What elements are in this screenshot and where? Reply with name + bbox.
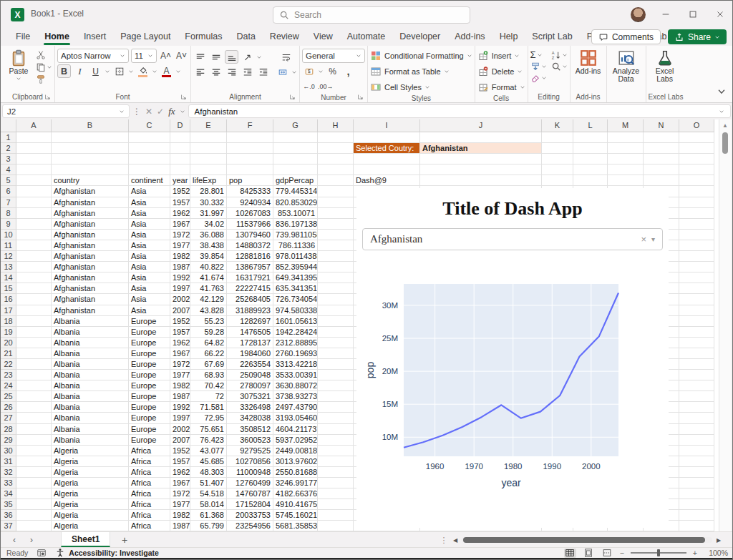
select-all-corner[interactable] (1, 119, 16, 132)
cell-D21[interactable]: 1967 (170, 348, 190, 359)
cell-G15[interactable]: 635.341351 (273, 283, 318, 294)
country-dropdown[interactable]: Afghanistan × ▾ (362, 228, 663, 250)
cell-F16[interactable]: 25268405 (227, 294, 273, 305)
cell-A2[interactable] (16, 143, 52, 154)
cell-O33[interactable] (679, 478, 714, 488)
cell-D33[interactable]: 1967 (170, 478, 190, 488)
cell-F29[interactable]: 3600523 (227, 435, 273, 446)
decrease-decimal-button[interactable]: .00→ (318, 79, 334, 93)
cell-D25[interactable]: 1987 (170, 391, 190, 402)
cell-A18[interactable] (16, 316, 52, 327)
cell-G33[interactable]: 3246.991771 (273, 478, 318, 488)
cell-B25[interactable]: Albania (52, 391, 129, 402)
cell-E15[interactable]: 41.763 (190, 283, 227, 294)
macro-record-icon[interactable] (37, 548, 47, 558)
cell-G23[interactable]: 3533.00391 (273, 370, 318, 380)
tab-add-ins[interactable]: Add-ins (448, 29, 491, 45)
cell-E33[interactable]: 51.407 (190, 478, 227, 488)
cell-H25[interactable] (318, 391, 354, 402)
cell-styles-button[interactable]: Cell Styles (370, 81, 472, 94)
cell-A4[interactable] (16, 164, 52, 175)
cell-F20[interactable]: 1728137 (227, 338, 273, 348)
row-header-20[interactable]: 20 (1, 338, 16, 348)
cell-G25[interactable]: 3738.932735 (273, 391, 318, 402)
cell-F12[interactable]: 12881816 (227, 251, 273, 262)
cell-E23[interactable]: 68.93 (190, 370, 227, 380)
cell-N2[interactable] (644, 143, 679, 154)
scroll-up-icon[interactable]: ▲ (719, 119, 731, 131)
cell-G16[interactable]: 726.7340548 (273, 294, 318, 305)
cell-D37[interactable]: 1987 (170, 521, 190, 531)
cell-F35[interactable]: 17152804 (227, 499, 273, 510)
cell-M3[interactable] (608, 154, 644, 164)
cell-G2[interactable] (273, 143, 318, 154)
cell-C32[interactable]: Africa (129, 467, 170, 478)
cell-F34[interactable]: 14760787 (227, 488, 273, 499)
cell-B6[interactable]: Afghanistan (52, 186, 129, 197)
cell-H17[interactable] (318, 305, 354, 316)
cell-C34[interactable]: Africa (129, 488, 170, 499)
cell-O3[interactable] (679, 154, 714, 164)
cell-F2[interactable] (227, 143, 273, 154)
cell-I3[interactable] (354, 154, 420, 164)
row-header-7[interactable]: 7 (1, 197, 16, 208)
cell-D20[interactable]: 1962 (170, 338, 190, 348)
cell-O16[interactable] (679, 294, 714, 305)
cell-G8[interactable]: 853.10071 (273, 208, 318, 219)
cell-F24[interactable]: 2780097 (227, 380, 273, 391)
cell-I1[interactable] (354, 132, 420, 143)
cell-H6[interactable] (318, 186, 354, 197)
cell-E37[interactable]: 65.799 (190, 521, 227, 531)
column-header-C[interactable]: C (129, 119, 170, 132)
insert-cells-button[interactable]: Insert (477, 49, 525, 62)
cell-B26[interactable]: Albania (52, 402, 129, 413)
tab-help[interactable]: Help (493, 29, 525, 45)
zoom-in-icon[interactable]: + (693, 549, 697, 557)
cell-A25[interactable] (16, 391, 52, 402)
share-button[interactable]: Share (668, 29, 727, 44)
cell-D17[interactable]: 2007 (170, 305, 190, 316)
cell-B33[interactable]: Algeria (52, 478, 129, 488)
cell-A9[interactable] (16, 219, 52, 230)
cell-O2[interactable] (679, 143, 714, 154)
align-right-button[interactable] (225, 65, 238, 79)
alignment-dialog-launcher[interactable] (289, 94, 296, 101)
conditional-formatting-button[interactable]: Conditional Formatting (370, 49, 472, 62)
formula-input[interactable]: Afghanistan (188, 104, 731, 118)
cell-A24[interactable] (16, 380, 52, 391)
copy-button[interactable] (36, 62, 52, 72)
cell-H24[interactable] (318, 380, 354, 391)
cell-F5[interactable]: pop (227, 175, 273, 186)
cell-G24[interactable]: 3630.880722 (273, 380, 318, 391)
cell-C20[interactable]: Europe (129, 338, 170, 348)
row-header-10[interactable]: 10 (1, 230, 16, 240)
row-header-4[interactable]: 4 (1, 164, 16, 175)
row-header-15[interactable]: 15 (1, 283, 16, 294)
cell-C33[interactable]: Africa (129, 478, 170, 488)
cell-D5[interactable]: year (170, 175, 190, 186)
row-header-21[interactable]: 21 (1, 348, 16, 359)
cell-H7[interactable] (318, 197, 354, 208)
cell-F17[interactable]: 31889923 (227, 305, 273, 316)
fill-button[interactable] (530, 62, 547, 72)
font-size-select[interactable]: 11 (131, 49, 157, 63)
align-left-button[interactable] (193, 65, 207, 79)
cell-B32[interactable]: Algeria (52, 467, 129, 478)
zoom-slider[interactable] (631, 552, 686, 554)
cell-D6[interactable]: 1952 (170, 186, 190, 197)
cell-G26[interactable]: 2497.437901 (273, 402, 318, 413)
cell-G9[interactable]: 836.1971382 (273, 219, 318, 230)
cell-B31[interactable]: Algeria (52, 456, 129, 467)
cell-H37[interactable] (318, 521, 354, 531)
cell-C10[interactable]: Asia (129, 230, 170, 240)
addins-button[interactable]: Add-ins (573, 47, 604, 75)
cell-F8[interactable]: 10267083 (227, 208, 273, 219)
cell-E36[interactable]: 61.368 (190, 510, 227, 521)
row-header-18[interactable]: 18 (1, 316, 16, 327)
cell-D7[interactable]: 1957 (170, 197, 190, 208)
percent-style-button[interactable]: % (326, 64, 339, 78)
cell-H34[interactable] (318, 488, 354, 499)
cell-E14[interactable]: 41.674 (190, 272, 227, 283)
cell-E27[interactable]: 72.95 (190, 413, 227, 423)
align-middle-button[interactable] (209, 50, 223, 64)
